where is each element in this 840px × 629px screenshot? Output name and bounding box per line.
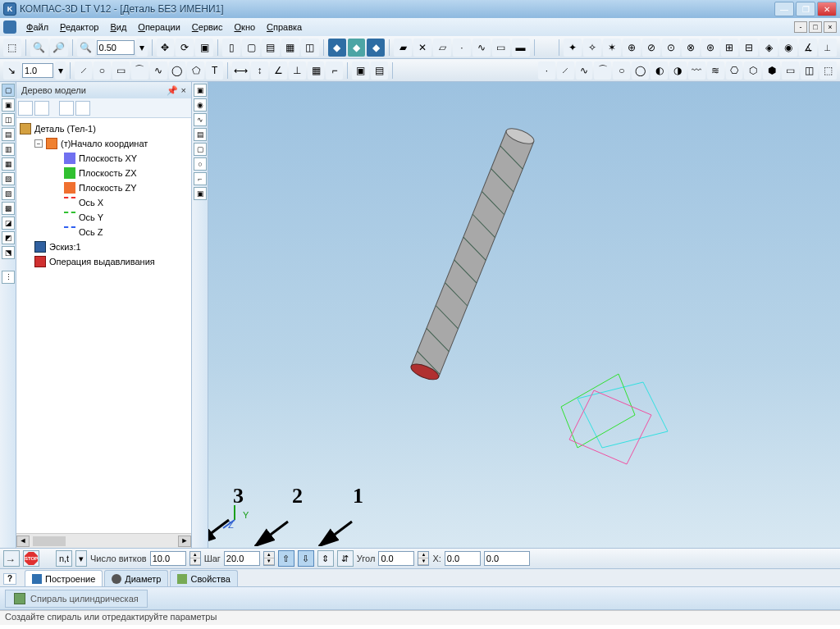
spline-icon[interactable]: ∿: [150, 62, 167, 80]
cv-1-icon[interactable]: ·: [538, 62, 555, 80]
menu-service[interactable]: Сервис: [187, 21, 228, 34]
cv-9-icon[interactable]: 〰: [688, 62, 705, 80]
snap-2-icon[interactable]: ✧: [583, 39, 601, 57]
hidden-line-icon[interactable]: ▢: [242, 39, 260, 57]
cancel-button[interactable]: STOP: [23, 550, 39, 567]
snap-10-icon[interactable]: ⊟: [740, 39, 758, 57]
x-input[interactable]: [445, 551, 481, 566]
tab-diameter[interactable]: Диаметр: [104, 570, 168, 586]
tree-axis-z[interactable]: Ось Z: [79, 227, 103, 237]
snap-6-icon[interactable]: ⊙: [662, 39, 680, 57]
menu-view[interactable]: Вид: [105, 21, 131, 34]
op-sweep-icon[interactable]: ∿: [194, 113, 207, 126]
palette-meas-icon[interactable]: ▦: [2, 157, 15, 171]
op-loft-icon[interactable]: ▤: [194, 128, 207, 141]
tree-scrollbar[interactable]: ◄►: [16, 533, 191, 548]
angle-spinner[interactable]: ▲▼: [418, 551, 429, 566]
mdi-close-button[interactable]: ×: [824, 21, 837, 33]
tree-axis-x[interactable]: Ось X: [79, 198, 103, 207]
step-input[interactable]: [22, 63, 53, 78]
view-2-icon[interactable]: ◆: [348, 39, 366, 57]
direction-4-button[interactable]: ⇵: [337, 550, 354, 567]
menu-file[interactable]: Файл: [21, 21, 53, 34]
palette-spec-icon[interactable]: ▨: [2, 187, 15, 200]
cv-7-icon[interactable]: ◐: [651, 62, 668, 80]
model-tree[interactable]: Деталь (Тел-1) −(т)Начало координат Плос…: [16, 118, 191, 533]
arrow-icon[interactable]: ↘: [3, 62, 21, 80]
angle-input[interactable]: [378, 551, 414, 566]
axis-icon[interactable]: ✕: [413, 39, 431, 57]
cv-6-icon[interactable]: ◯: [632, 62, 649, 80]
mdi-minimize-button[interactable]: -: [794, 21, 807, 33]
poly-icon[interactable]: ⬠: [187, 62, 204, 80]
tree-sketch[interactable]: Эскиз:1: [49, 242, 81, 252]
cv-15-icon[interactable]: ◫: [801, 62, 818, 80]
viewport[interactable]: Y Z 1 2 3: [208, 82, 840, 548]
op-fillet-icon[interactable]: ⌐: [194, 172, 207, 185]
arc-icon[interactable]: ⌒: [131, 62, 148, 80]
assy-1-icon[interactable]: ▣: [352, 62, 369, 80]
close-button[interactable]: ✕: [817, 2, 837, 16]
direction-1-button[interactable]: ⇧: [278, 550, 294, 567]
cv-5-icon[interactable]: ○: [613, 62, 630, 80]
snap-9-icon[interactable]: ⊞: [721, 39, 739, 57]
cv-13-icon[interactable]: ⬢: [763, 62, 780, 80]
menu-edit[interactable]: Редактор: [55, 21, 103, 34]
dim-1-icon[interactable]: ⟷: [232, 62, 249, 80]
tree-filter-icon[interactable]: [34, 101, 49, 116]
cv-14-icon[interactable]: ▭: [782, 62, 799, 80]
snap-8-icon[interactable]: ⊛: [701, 39, 719, 57]
plane-icon[interactable]: ▱: [433, 39, 451, 57]
line-icon[interactable]: ⟋: [75, 62, 92, 80]
direction-2-button[interactable]: ⇩: [298, 550, 314, 567]
nt-mode-button[interactable]: n,t: [56, 550, 72, 567]
dim-4-icon[interactable]: ⊥: [289, 62, 306, 80]
zoom-out-icon[interactable]: 🔎: [50, 39, 68, 57]
tree-axis-y[interactable]: Ось Y: [79, 212, 103, 222]
snap-12-icon[interactable]: ◉: [779, 39, 797, 57]
zoom-window-icon[interactable]: 🔍: [77, 39, 95, 57]
op-cut-icon[interactable]: ▢: [194, 143, 207, 156]
tree-view-icon[interactable]: [18, 101, 33, 116]
shaded-icon[interactable]: ▤: [262, 39, 280, 57]
palette-sep-icon[interactable]: ⋮: [2, 271, 15, 284]
palette-draw-icon[interactable]: ▥: [2, 143, 15, 156]
snap-13-icon[interactable]: ∡: [799, 39, 817, 57]
cv-10-icon[interactable]: ≋: [707, 62, 724, 80]
op-shell-icon[interactable]: ▣: [194, 187, 207, 200]
assy-2-icon[interactable]: ▤: [371, 62, 388, 80]
zoom-value-input[interactable]: [97, 40, 135, 55]
cv-4-icon[interactable]: ⌒: [594, 62, 611, 80]
fillet-icon[interactable]: ⌐: [326, 62, 343, 80]
palette-aux-icon[interactable]: ▧: [2, 172, 15, 185]
palette-surf-icon[interactable]: ◫: [2, 113, 15, 126]
shade-edges-icon[interactable]: ▦: [281, 39, 299, 57]
persp-icon[interactable]: ◫: [301, 39, 319, 57]
zoom-all-icon[interactable]: ⬚: [3, 39, 21, 57]
op-hole-icon[interactable]: ○: [194, 157, 207, 171]
dim-3-icon[interactable]: ∠: [270, 62, 287, 80]
view-1-icon[interactable]: ◆: [328, 39, 346, 57]
op-revolve-icon[interactable]: ◉: [194, 98, 207, 112]
zoom-in-icon[interactable]: 🔍: [30, 39, 48, 57]
menu-operations[interactable]: Операции: [133, 21, 185, 34]
tab-build[interactable]: Построение: [25, 570, 103, 586]
step-spinner[interactable]: ▲▼: [263, 551, 275, 566]
ellipse-icon[interactable]: ◯: [169, 62, 186, 80]
cv-8-icon[interactable]: ◑: [669, 62, 687, 80]
palette-sketch-icon[interactable]: ▢: [2, 84, 15, 97]
tree-origin[interactable]: (т)Начало координат: [61, 139, 148, 148]
dropdown-2-icon[interactable]: ▾: [55, 62, 66, 80]
palette-lib-icon[interactable]: ▩: [2, 202, 15, 215]
palette-assy-icon[interactable]: ▤: [2, 128, 15, 141]
pan-icon[interactable]: ✥: [157, 39, 175, 57]
tree-collapse-icon[interactable]: [75, 101, 90, 116]
snap-5-icon[interactable]: ⊘: [642, 39, 660, 57]
apply-button[interactable]: [3, 550, 20, 567]
dropdown-icon[interactable]: ▾: [136, 39, 148, 57]
rotate-icon[interactable]: ⟳: [176, 39, 194, 57]
cv-11-icon[interactable]: ⎔: [726, 62, 743, 80]
turns-input[interactable]: [150, 551, 186, 566]
dim-2-icon[interactable]: ↕: [251, 62, 268, 80]
snap-7-icon[interactable]: ⊗: [682, 39, 700, 57]
